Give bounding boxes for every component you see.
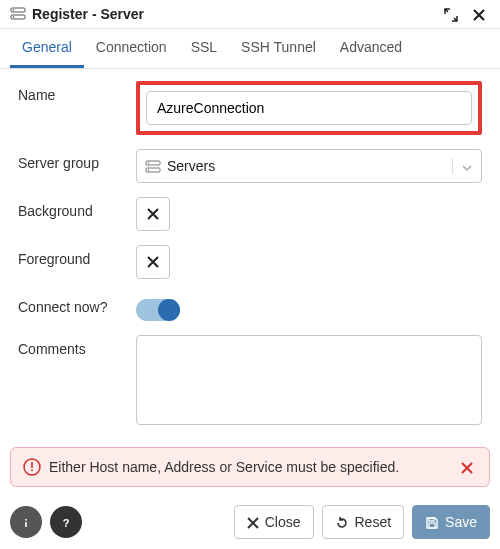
tab-general[interactable]: General xyxy=(10,29,84,68)
close-icon xyxy=(247,514,259,530)
title-bar: Register - Server xyxy=(0,0,500,29)
close-button[interactable]: Close xyxy=(234,505,314,539)
chevron-down-icon xyxy=(452,158,473,174)
help-button[interactable]: ? xyxy=(50,506,82,538)
comments-input[interactable] xyxy=(136,335,482,425)
svg-text:?: ? xyxy=(63,517,70,529)
comments-label: Comments xyxy=(18,335,128,357)
connectnow-toggle[interactable] xyxy=(136,299,180,321)
foreground-clear-button[interactable] xyxy=(136,245,170,279)
svg-rect-17 xyxy=(429,523,435,528)
tab-advanced[interactable]: Advanced xyxy=(328,29,414,68)
foreground-label: Foreground xyxy=(18,245,128,267)
svg-point-7 xyxy=(148,169,150,171)
servergroup-select[interactable]: Servers xyxy=(136,149,482,183)
servergroup-label: Server group xyxy=(18,149,128,171)
background-clear-button[interactable] xyxy=(136,197,170,231)
save-button[interactable]: Save xyxy=(412,505,490,539)
error-banner: Either Host name, Address or Service mus… xyxy=(10,447,490,487)
save-icon xyxy=(425,514,439,530)
reset-button[interactable]: Reset xyxy=(322,505,405,539)
close-button-label: Close xyxy=(265,514,301,530)
close-icon xyxy=(147,256,159,268)
svg-point-3 xyxy=(13,16,15,18)
tab-connection[interactable]: Connection xyxy=(84,29,179,68)
save-button-label: Save xyxy=(445,514,477,530)
svg-point-2 xyxy=(13,9,15,11)
toggle-knob xyxy=(158,299,180,321)
form-area: Name Server group Servers Background xyxy=(0,69,500,438)
connectnow-label: Connect now? xyxy=(18,293,128,315)
name-input[interactable] xyxy=(146,91,472,125)
server-icon xyxy=(10,6,26,22)
name-field-highlight xyxy=(136,81,482,135)
close-icon xyxy=(461,462,473,474)
close-icon[interactable] xyxy=(468,6,490,22)
reset-icon xyxy=(335,514,349,530)
server-icon xyxy=(145,158,161,175)
svg-point-6 xyxy=(148,162,150,164)
reset-button-label: Reset xyxy=(355,514,392,530)
tab-ssl[interactable]: SSL xyxy=(179,29,229,68)
svg-rect-13 xyxy=(25,519,27,521)
help-icon: ? xyxy=(58,513,74,531)
svg-rect-12 xyxy=(25,522,27,527)
name-label: Name xyxy=(18,81,128,103)
footer-bar: ? Close Reset Save xyxy=(0,495,500,549)
svg-rect-16 xyxy=(429,518,434,521)
background-label: Background xyxy=(18,197,128,219)
error-close-button[interactable] xyxy=(457,459,477,475)
svg-rect-9 xyxy=(31,462,33,468)
error-icon xyxy=(23,458,41,476)
tab-bar: General Connection SSL SSH Tunnel Advanc… xyxy=(0,29,500,69)
svg-rect-10 xyxy=(31,470,33,472)
info-button[interactable] xyxy=(10,506,42,538)
window-title: Register - Server xyxy=(32,6,434,22)
servergroup-value: Servers xyxy=(167,158,446,174)
expand-icon[interactable] xyxy=(440,6,462,22)
info-icon xyxy=(18,513,34,531)
close-icon xyxy=(147,208,159,220)
error-message: Either Host name, Address or Service mus… xyxy=(49,459,399,475)
tab-ssh-tunnel[interactable]: SSH Tunnel xyxy=(229,29,328,68)
